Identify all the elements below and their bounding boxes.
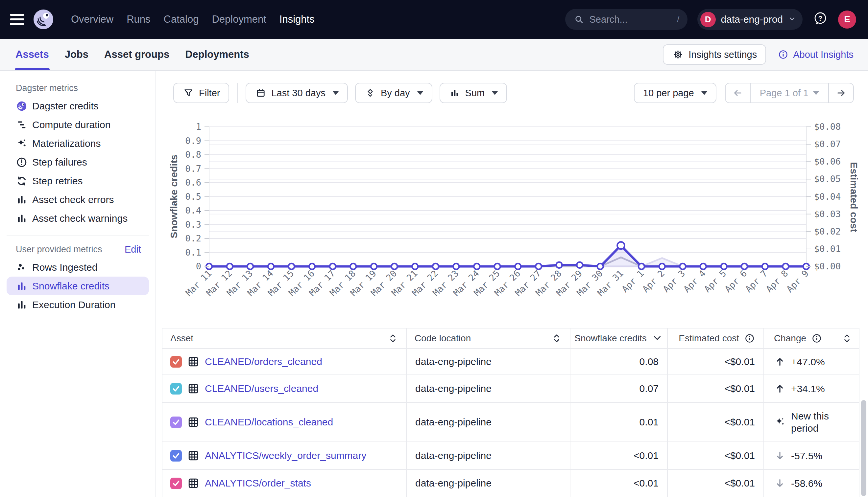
snowflake-credits-chart: 00.10.20.30.40.50.60.70.80.91$0.00$0.01$… bbox=[156, 121, 868, 318]
data-point-marker[interactable] bbox=[638, 263, 644, 270]
sidebar-item-step-retries[interactable]: Step retries bbox=[7, 171, 149, 190]
data-point-marker[interactable] bbox=[700, 263, 706, 270]
data-point-marker[interactable] bbox=[350, 263, 356, 270]
data-point-marker[interactable] bbox=[762, 263, 768, 270]
column-header-code-location[interactable]: Code location bbox=[406, 328, 570, 349]
page-scrollbar[interactable] bbox=[861, 400, 866, 496]
change-value: New this period bbox=[791, 410, 840, 434]
sidebar-item-compute-duration[interactable]: Compute duration bbox=[7, 115, 149, 134]
sidebar-item-label: Asset check errors bbox=[32, 194, 114, 205]
sidebar-item-label: Step failures bbox=[32, 157, 87, 168]
asset-checkbox[interactable] bbox=[170, 477, 182, 489]
asset-link[interactable]: ANALYTICS/weekly_order_summary bbox=[205, 450, 366, 461]
search-input[interactable]: Search... / bbox=[565, 9, 688, 30]
tab-jobs[interactable]: Jobs bbox=[64, 39, 89, 70]
data-point-marker[interactable] bbox=[515, 263, 521, 270]
y-right-tick-label: $0.04 bbox=[814, 192, 841, 202]
chevron-down-icon bbox=[788, 15, 796, 24]
asset-checkbox[interactable] bbox=[170, 383, 182, 394]
sidebar-item-asset-check-warnings[interactable]: Asset check warnings bbox=[7, 209, 149, 228]
topnav-item-overview[interactable]: Overview bbox=[71, 13, 113, 25]
insights-settings-button[interactable]: Insights settings bbox=[663, 44, 766, 65]
dagster-logo-icon[interactable] bbox=[33, 9, 54, 30]
help-icon[interactable]: ? bbox=[813, 11, 828, 28]
data-point-marker[interactable] bbox=[782, 263, 789, 270]
data-point-marker[interactable] bbox=[680, 263, 686, 270]
data-point-marker[interactable] bbox=[453, 263, 459, 270]
sidebar-item-snowflake-credits[interactable]: Snowflake credits bbox=[7, 277, 149, 295]
caret-down-icon bbox=[417, 91, 423, 95]
column-label: Change bbox=[774, 333, 806, 344]
data-point-marker[interactable] bbox=[556, 262, 562, 268]
data-point-marker[interactable] bbox=[268, 263, 274, 270]
group-by-dropdown[interactable]: By day bbox=[355, 83, 432, 103]
data-point-marker[interactable] bbox=[288, 263, 294, 270]
user-avatar[interactable]: E bbox=[838, 11, 856, 29]
tab-deployments[interactable]: Deployments bbox=[184, 39, 250, 70]
date-range-dropdown[interactable]: Last 30 days bbox=[246, 83, 347, 103]
topnav-item-catalog[interactable]: Catalog bbox=[164, 13, 199, 25]
data-point-marker[interactable] bbox=[247, 263, 253, 270]
toolbar: Filter Last 30 days B bbox=[173, 83, 854, 103]
sidebar-item-materializations[interactable]: Materializations bbox=[7, 134, 149, 153]
data-point-marker[interactable] bbox=[617, 242, 624, 249]
edit-metrics-link[interactable]: Edit bbox=[125, 244, 141, 255]
bars-icon bbox=[16, 213, 28, 224]
about-insights-link[interactable]: About Insights bbox=[777, 49, 854, 60]
sort-icon[interactable] bbox=[387, 333, 399, 343]
asset-link[interactable]: CLEANED/users_cleaned bbox=[205, 383, 318, 394]
asset-checkbox[interactable] bbox=[170, 417, 182, 428]
sort-desc-icon[interactable] bbox=[651, 336, 663, 341]
asset-checkbox[interactable] bbox=[170, 356, 182, 368]
workspace-switcher[interactable]: D data-eng-prod bbox=[697, 9, 803, 30]
table-row: CLEANED/users_cleaneddata-eng-pipeline0.… bbox=[162, 375, 859, 403]
column-header-change[interactable]: Change bbox=[764, 328, 859, 349]
sidebar-item-dagster-credits[interactable]: Dagster credits bbox=[7, 96, 149, 115]
sidebar-item-step-failures[interactable]: Step failures bbox=[7, 153, 149, 171]
asset-link[interactable]: ANALYTICS/order_stats bbox=[205, 477, 311, 489]
data-point-marker[interactable] bbox=[577, 262, 583, 268]
data-point-marker[interactable] bbox=[330, 263, 336, 270]
sort-icon[interactable] bbox=[551, 333, 563, 343]
tab-asset-groups[interactable]: Asset groups bbox=[104, 39, 170, 70]
filter-button[interactable]: Filter bbox=[173, 83, 229, 103]
aggregation-dropdown[interactable]: Sum bbox=[439, 83, 507, 103]
data-point-marker[interactable] bbox=[597, 263, 603, 270]
data-point-marker[interactable] bbox=[721, 263, 727, 270]
column-header-snowflake-credits[interactable]: Snowflake credits bbox=[570, 328, 667, 349]
data-point-marker[interactable] bbox=[536, 263, 541, 270]
sidebar-item-asset-check-errors[interactable]: Asset check errors bbox=[7, 190, 149, 209]
x-tick-label: Apr 5 bbox=[702, 268, 728, 294]
data-point-marker[interactable] bbox=[309, 263, 315, 270]
per-page-dropdown[interactable]: 10 per page bbox=[634, 83, 716, 103]
data-point-marker[interactable] bbox=[227, 263, 233, 270]
menu-icon[interactable] bbox=[10, 14, 24, 25]
data-point-marker[interactable] bbox=[412, 263, 418, 270]
data-point-marker[interactable] bbox=[433, 263, 438, 270]
table-asset-icon bbox=[188, 450, 199, 461]
column-header-estimated-cost[interactable]: Estimated cost bbox=[667, 328, 764, 349]
asset-checkbox[interactable] bbox=[170, 450, 182, 461]
previous-page-button[interactable] bbox=[726, 83, 750, 103]
asset-link[interactable]: CLEANED/locations_cleaned bbox=[205, 417, 333, 428]
data-point-marker[interactable] bbox=[474, 263, 480, 270]
next-page-button[interactable] bbox=[829, 83, 853, 103]
topnav-item-insights[interactable]: Insights bbox=[280, 13, 315, 25]
sidebar-item-execution-duration[interactable]: Execution Duration bbox=[7, 295, 149, 314]
page-indicator[interactable]: Page 1 of 1 bbox=[750, 83, 829, 103]
data-point-marker[interactable] bbox=[495, 263, 500, 270]
data-point-marker[interactable] bbox=[371, 263, 377, 270]
column-header-asset[interactable]: Asset bbox=[162, 328, 406, 349]
data-point-marker[interactable] bbox=[392, 263, 397, 270]
tab-assets[interactable]: Assets bbox=[15, 39, 50, 70]
sort-icon[interactable] bbox=[841, 333, 853, 343]
y-right-tick-label: $0.06 bbox=[814, 156, 841, 167]
info-icon bbox=[811, 333, 822, 343]
sidebar-item-rows-ingested[interactable]: Rows Ingested bbox=[7, 258, 149, 277]
tab-bar-actions: Insights settings About Insights bbox=[663, 39, 854, 70]
topnav-item-runs[interactable]: Runs bbox=[127, 13, 150, 25]
topnav-item-deployment[interactable]: Deployment bbox=[212, 13, 266, 25]
data-point-marker[interactable] bbox=[659, 263, 665, 270]
data-point-marker[interactable] bbox=[741, 263, 747, 270]
asset-link[interactable]: CLEANED/orders_cleaned bbox=[205, 356, 322, 367]
